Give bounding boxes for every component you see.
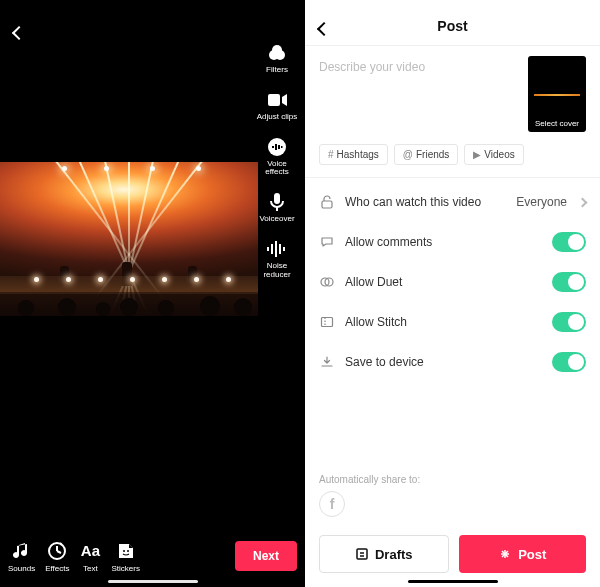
sounds-icon [11,540,33,562]
facebook-icon: f [330,496,335,512]
stickers-label: Stickers [111,564,139,573]
svg-rect-22 [322,201,332,208]
svg-rect-15 [279,244,281,254]
hashtags-chip-label: Hashtags [337,149,379,160]
video-editor-screen: Filters Adjust clips Voice effects Voice… [0,0,305,587]
svg-marker-4 [282,94,287,106]
drafts-button[interactable]: Drafts [319,535,449,573]
share-facebook-button[interactable]: f [319,491,345,517]
noise-reducer-label: Noise reducer [263,262,290,280]
chevron-left-icon [12,26,26,40]
allow-comments-label: Allow comments [345,235,542,249]
stickers-button[interactable]: Stickers [111,540,139,573]
home-indicator [108,580,198,583]
describe-video-input[interactable]: Describe your video [319,56,518,132]
stickers-icon [115,540,137,562]
at-icon: @ [403,149,413,160]
svg-rect-14 [275,241,277,257]
allow-stitch-toggle[interactable] [552,312,586,332]
save-to-device-label: Save to device [345,355,542,369]
back-button[interactable] [14,24,24,42]
chevron-left-icon [317,22,331,36]
suggestion-chips: #Hashtags @Friends ▶Videos [305,136,600,178]
who-can-watch-row[interactable]: Who can watch this video Everyone [319,182,586,222]
post-button-label: Post [518,547,546,562]
allow-comments-toggle[interactable] [552,232,586,252]
svg-line-19 [57,551,61,553]
share-label: Automatically share to: [319,474,420,485]
svg-rect-3 [268,94,280,106]
svg-rect-7 [275,144,277,150]
back-button[interactable] [319,20,329,38]
share-section: Automatically share to: f [319,474,420,517]
svg-rect-25 [322,318,333,327]
save-to-device-toggle[interactable] [552,352,586,372]
noise-reducer-button[interactable]: Noise reducer [263,238,290,280]
videos-chip-label: Videos [484,149,514,160]
play-icon: ▶ [473,149,481,160]
voice-effects-label: Voice effects [265,160,288,178]
hashtags-chip[interactable]: #Hashtags [319,144,388,165]
filters-button[interactable]: Filters [266,42,288,75]
filters-icon [266,42,288,64]
sounds-label: Sounds [8,564,35,573]
svg-point-21 [127,550,129,552]
svg-point-20 [123,550,125,552]
home-indicator [408,580,498,583]
next-button[interactable]: Next [235,541,297,571]
adjust-clips-button[interactable]: Adjust clips [257,89,297,122]
post-button[interactable]: Post [459,535,587,573]
voice-effects-button[interactable]: Voice effects [265,136,288,178]
video-preview[interactable] [0,162,258,316]
lock-icon [319,195,335,209]
svg-rect-9 [281,146,283,148]
who-can-watch-value: Everyone [516,195,567,209]
stitch-icon [319,315,335,329]
editor-side-toolbar: Filters Adjust clips Voice effects Voice… [252,42,302,280]
drafts-icon [355,547,369,561]
select-cover-label: Select cover [535,119,579,132]
comment-icon [319,235,335,249]
friends-chip-label: Friends [416,149,449,160]
drafts-button-label: Drafts [375,547,413,562]
download-icon [319,355,335,369]
save-to-device-row: Save to device [319,342,586,382]
allow-stitch-label: Allow Stitch [345,315,542,329]
voiceover-icon [266,191,288,213]
allow-duet-toggle[interactable] [552,272,586,292]
svg-rect-6 [272,146,274,148]
videos-chip[interactable]: ▶Videos [464,144,523,165]
voiceover-button[interactable]: Voiceover [259,191,294,224]
svg-rect-16 [283,247,285,251]
svg-point-2 [272,45,282,55]
editor-bottom-toolbar: Sounds Effects Aa Text Stickers Next [0,525,305,587]
post-settings: Who can watch this video Everyone Allow … [305,178,600,382]
svg-rect-27 [357,549,367,559]
voice-effects-icon [266,136,288,158]
post-action-buttons: Drafts Post [319,535,586,573]
description-row: Describe your video Select cover [305,46,600,136]
who-can-watch-label: Who can watch this video [345,195,506,209]
effects-label: Effects [45,564,69,573]
adjust-clips-icon [266,89,288,111]
noise-reducer-icon [266,238,288,260]
adjust-clips-label: Adjust clips [257,113,297,122]
svg-rect-12 [267,247,269,251]
post-icon [498,547,512,561]
chevron-right-icon [578,197,588,207]
friends-chip[interactable]: @Friends [394,144,459,165]
svg-rect-8 [278,145,280,149]
page-title: Post [437,18,467,34]
svg-rect-10 [274,193,280,204]
select-cover-button[interactable]: Select cover [528,56,586,132]
sounds-button[interactable]: Sounds [8,540,35,573]
effects-button[interactable]: Effects [45,540,69,573]
voiceover-label: Voiceover [259,215,294,224]
post-header: Post [305,6,600,46]
text-button[interactable]: Aa Text [79,540,101,573]
allow-comments-row: Allow comments [319,222,586,262]
allow-duet-row: Allow Duet [319,262,586,302]
allow-stitch-row: Allow Stitch [319,302,586,342]
allow-duet-label: Allow Duet [345,275,542,289]
post-screen: Post Describe your video Select cover #H… [305,0,600,587]
